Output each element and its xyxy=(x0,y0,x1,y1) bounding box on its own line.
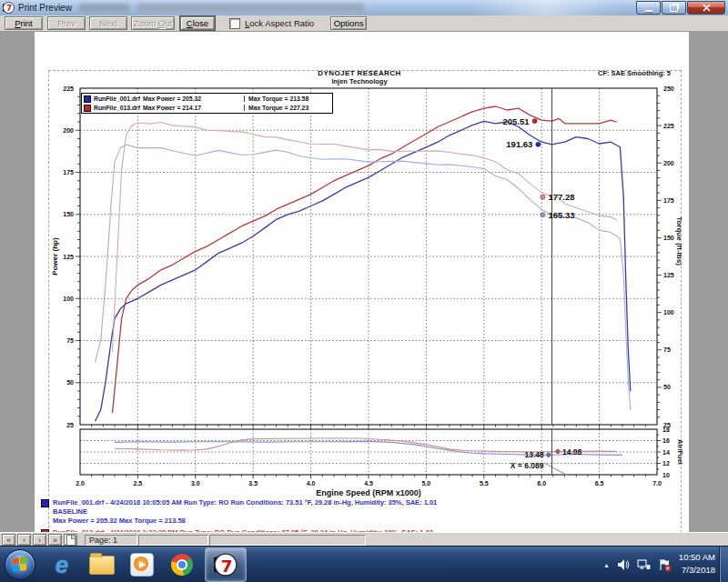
power-tick-label: 125 xyxy=(63,254,74,260)
rpm-tick-label: 7.0 xyxy=(652,480,662,487)
show-desktop-button[interactable] xyxy=(719,547,728,582)
redacted-title-text xyxy=(136,4,364,12)
curve-torque-run13 xyxy=(113,123,617,352)
start-button[interactable] xyxy=(5,549,35,580)
cursor-value-label: 165.33 xyxy=(548,210,574,220)
chrome-icon xyxy=(171,554,193,576)
action-center-flag-icon[interactable] xyxy=(658,558,672,572)
rpm-tick-label: 4.5 xyxy=(364,480,373,487)
dynojet-app-icon: 7 xyxy=(3,2,15,14)
torque-axis-title: Torque (ft-lbs) xyxy=(675,216,683,266)
volume-icon[interactable] xyxy=(617,558,630,571)
chart-legend: RunFile_001.drf Max Power = 205.32 Max T… xyxy=(81,93,333,114)
cursor-marker-dot xyxy=(536,142,541,146)
statusbar: « ‹ › » Page: 1 xyxy=(0,532,728,547)
svg-text:7: 7 xyxy=(6,4,12,13)
file-explorer-taskbar-icon[interactable] xyxy=(88,551,116,578)
taskbar-clock[interactable]: 10:50 AM 7/3/2018 xyxy=(679,551,715,577)
print-button[interactable]: Print xyxy=(5,16,43,30)
torque-tick-label: 250 xyxy=(663,85,674,92)
winpep-active-taskbar-button[interactable]: 7 xyxy=(205,547,247,582)
minimize-button[interactable] xyxy=(636,1,661,15)
power-tick-label: 100 xyxy=(63,296,74,302)
internet-explorer-icon: e xyxy=(56,553,68,577)
af-tick-label: 10 xyxy=(662,472,670,478)
close-window-button[interactable] xyxy=(687,1,725,15)
redacted-title-text xyxy=(79,4,129,12)
af-tick-label: 12 xyxy=(662,460,670,467)
af-tick-label: 18 xyxy=(662,426,670,433)
prev-page-button[interactable]: Prev xyxy=(47,16,86,30)
curve-power-run1 xyxy=(96,121,631,421)
cursor-x-label: X = 6.089 xyxy=(511,461,544,470)
rpm-tick-label: 3.0 xyxy=(191,480,200,487)
legend-max-power: Max Power = 214.17 xyxy=(143,105,244,111)
af-tick-label: 14 xyxy=(662,449,670,456)
print-preview-window: 7 Print Preview Print Prev Next Zoom Out… xyxy=(0,0,728,582)
torque-tick-label: 100 xyxy=(663,309,674,316)
next-page-nav-button[interactable]: › xyxy=(33,534,46,546)
torque-tick-label: 50 xyxy=(663,384,671,390)
rpm-tick-label: 6.5 xyxy=(595,480,604,487)
rpm-tick-label: 2.5 xyxy=(134,480,143,487)
torque-tick-label: 150 xyxy=(663,235,674,241)
curve-af-run13-tail xyxy=(544,463,569,476)
legend-file-name: RunFile_013.drf xyxy=(94,105,140,111)
restore-button[interactable] xyxy=(662,1,686,15)
window-title: Print Preview xyxy=(18,3,72,13)
chrome-taskbar-icon[interactable] xyxy=(168,551,196,578)
lock-aspect-ratio-checkbox[interactable] xyxy=(229,18,240,29)
legend-max-torque: Max Torque = 213.58 xyxy=(244,95,332,102)
rpm-tick-label: 2.0 xyxy=(76,480,85,487)
cursor-value-label: 205.51 xyxy=(503,116,531,126)
dyno-chart: 2252001751501251007550252502252001751501… xyxy=(41,85,687,497)
internet-explorer-taskbar-icon[interactable]: e xyxy=(48,551,76,578)
options-button[interactable]: Options xyxy=(330,16,367,30)
run1-max-values: Max Power = 205.32 Max Torque = 213.58 xyxy=(53,517,669,526)
close-preview-button[interactable]: Close xyxy=(180,16,215,30)
legend-file-name: RunFile_001.drf xyxy=(94,95,140,102)
first-page-button[interactable]: « xyxy=(2,534,15,546)
taskbar: e 7 ▲ xyxy=(0,546,728,582)
titlebar[interactable]: 7 Print Preview xyxy=(0,0,728,16)
torque-tick-label: 125 xyxy=(663,272,674,278)
lock-aspect-ratio-label: Lock Aspect Ratio xyxy=(245,18,314,28)
af-tick-label: 16 xyxy=(662,437,670,444)
cursor-value-label: 14.08 xyxy=(562,447,582,457)
clock-time: 10:50 AM xyxy=(679,551,715,564)
next-page-button[interactable]: Next xyxy=(89,16,127,30)
status-panel xyxy=(209,535,366,546)
media-player-icon xyxy=(130,553,154,577)
power-tick-label: 225 xyxy=(63,85,74,92)
clock-date: 7/3/2018 xyxy=(679,564,715,577)
zoom-out-button[interactable]: Zoom Out xyxy=(131,16,175,30)
power-axis-title: Power (hp) xyxy=(51,237,59,276)
rpm-tick-label: 5.0 xyxy=(422,480,431,487)
power-tick-label: 150 xyxy=(63,211,74,217)
show-hidden-icons-button[interactable]: ▲ xyxy=(603,562,610,568)
report-correction-info: CF: SAE Smoothing: 5 xyxy=(80,69,671,77)
rpm-tick-label: 3.5 xyxy=(248,480,258,487)
x-axis-title: Engine Speed (RPM x1000) xyxy=(316,488,421,497)
run1-conditions: RunFile_001.drf - 4/24/2018 10:05:05 AM … xyxy=(53,498,669,507)
torque-tick-label: 75 xyxy=(663,346,671,353)
network-icon[interactable] xyxy=(637,558,651,571)
last-page-button[interactable]: » xyxy=(48,534,62,546)
media-player-taskbar-icon[interactable] xyxy=(128,551,156,578)
rpm-tick-label: 5.5 xyxy=(480,480,489,487)
folder-icon xyxy=(89,556,115,575)
curve-power-run13 xyxy=(113,106,617,413)
previous-page-button[interactable]: ‹ xyxy=(17,534,31,546)
rpm-tick-label: 4.0 xyxy=(307,480,316,487)
run1-color-swatch xyxy=(41,499,49,507)
page-setup-button[interactable] xyxy=(64,534,77,546)
run2-color-swatch xyxy=(84,105,91,112)
run1-label: BASELINE xyxy=(53,507,669,517)
legend-max-power: Max Power = 205.32 xyxy=(143,95,244,102)
power-tick-label: 175 xyxy=(63,169,74,176)
cursor-marker-dot xyxy=(541,195,545,199)
system-tray: ▲ xyxy=(603,547,672,582)
page-icon xyxy=(66,535,76,546)
power-tick-label: 25 xyxy=(66,422,74,428)
preview-area: DYNOJET RESEARCH Injen Technology CF: SA… xyxy=(0,32,728,532)
